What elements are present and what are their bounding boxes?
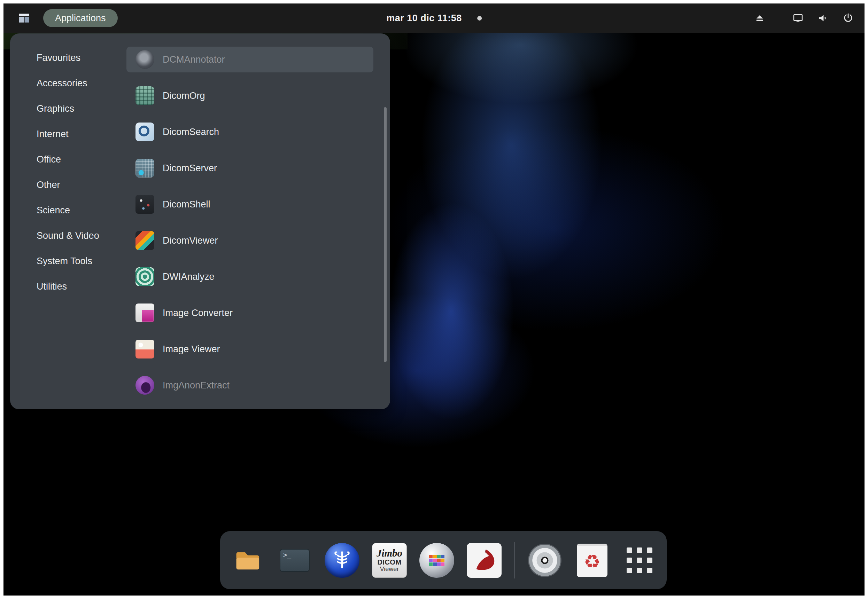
- app-label: Image Converter: [163, 308, 232, 319]
- disc-burner-icon[interactable]: [527, 543, 562, 578]
- power-icon[interactable]: [842, 12, 855, 25]
- window-grid-icon[interactable]: [17, 12, 31, 25]
- clock[interactable]: mar 10 dic 11:58: [386, 13, 462, 24]
- img-anon-extract-icon: [136, 376, 154, 395]
- desktop-wallpaper: Applications mar 10 dic 11:58: [3, 3, 865, 596]
- terminal-icon[interactable]: >_: [277, 543, 312, 578]
- app-label: DicomSearch: [163, 127, 219, 137]
- dicom-shell-icon: [136, 195, 154, 214]
- app-item-imganonextract[interactable]: ImgAnonExtract: [127, 372, 373, 398]
- category-other[interactable]: Other: [36, 172, 127, 198]
- category-office[interactable]: Office: [36, 147, 127, 172]
- app-item-dicomshell[interactable]: DicomShell: [127, 191, 373, 217]
- jimbo-title: Jimbo: [376, 548, 402, 558]
- app-item-dwianalyze[interactable]: DWIAnalyze: [127, 264, 373, 290]
- dwi-analyze-icon: [136, 267, 154, 286]
- category-internet[interactable]: Internet: [36, 122, 127, 147]
- app-item-dcmannotator[interactable]: DCMAnnotator: [127, 47, 373, 72]
- dicom-org-icon: [136, 86, 154, 105]
- dicom-search-icon: [136, 122, 154, 141]
- app-item-dicomviewer[interactable]: DicomViewer: [127, 227, 373, 253]
- category-list: Favourites Accessories Graphics Internet…: [10, 33, 127, 300]
- show-applications-grid-icon[interactable]: [622, 543, 657, 578]
- jimbo-dicom-label: DICOM: [377, 558, 401, 566]
- volume-render-sphere-icon[interactable]: [420, 543, 454, 578]
- category-sound-video[interactable]: Sound & Video: [36, 223, 127, 248]
- image-viewer-icon: [136, 340, 154, 358]
- trash-icon[interactable]: ♻: [575, 543, 610, 578]
- app-label: ImgAnonExtract: [163, 380, 229, 391]
- app-item-dicomserver[interactable]: DicomServer: [127, 155, 373, 181]
- volume-icon[interactable]: [817, 12, 830, 25]
- app-label: DicomViewer: [163, 235, 218, 246]
- app-item-image-converter[interactable]: Image Converter: [127, 300, 373, 326]
- screenshot-frame: Applications mar 10 dic 11:58: [0, 0, 868, 599]
- aeskulap-bird-icon[interactable]: [467, 543, 501, 578]
- image-converter-icon: [136, 304, 154, 322]
- dicom-viewer-icon: [136, 231, 154, 250]
- app-label: DicomShell: [163, 199, 210, 210]
- app-item-dicomorg[interactable]: DicomOrg: [127, 83, 373, 108]
- category-graphics[interactable]: Graphics: [36, 96, 127, 122]
- applications-menu-button[interactable]: Applications: [43, 9, 118, 27]
- status-dot: [477, 16, 482, 21]
- app-list: DCMAnnotator DicomOrg DicomSearch DicomS…: [127, 47, 373, 409]
- dock: >_: [220, 531, 667, 589]
- dcm-annotator-icon: [136, 50, 154, 69]
- dicom-server-icon: [136, 159, 154, 178]
- app-label: Image Viewer: [163, 344, 220, 355]
- app-item-dicomsearch[interactable]: DicomSearch: [127, 119, 373, 145]
- eject-icon[interactable]: [753, 12, 766, 25]
- recycle-glyph: ♻: [584, 552, 601, 571]
- app-label: DWIAnalyze: [163, 271, 214, 282]
- app-label: DicomServer: [163, 163, 217, 174]
- jimbo-dicom-viewer-icon[interactable]: Jimbo DICOM Viewer: [372, 543, 407, 578]
- dock-separator: [514, 542, 515, 578]
- category-system-tools[interactable]: System Tools: [36, 248, 127, 274]
- app-item-image-viewer[interactable]: Image Viewer: [127, 336, 373, 362]
- caduceus-medical-icon[interactable]: [325, 543, 359, 578]
- file-manager-icon[interactable]: [230, 543, 265, 578]
- category-accessories[interactable]: Accessories: [36, 71, 127, 96]
- app-label: DCMAnnotator: [163, 54, 225, 65]
- category-science[interactable]: Science: [36, 198, 127, 223]
- top-panel: Applications mar 10 dic 11:58: [3, 3, 865, 33]
- app-list-scrollbar[interactable]: [384, 107, 386, 362]
- category-utilities[interactable]: Utilities: [36, 274, 127, 300]
- category-favourites[interactable]: Favourites: [36, 45, 127, 71]
- app-label: DicomOrg: [163, 90, 205, 101]
- applications-menu-popover: Favourites Accessories Graphics Internet…: [10, 33, 390, 409]
- jimbo-viewer-label: Viewer: [380, 566, 399, 573]
- terminal-prompt: >_: [280, 549, 309, 572]
- display-icon[interactable]: [791, 12, 805, 25]
